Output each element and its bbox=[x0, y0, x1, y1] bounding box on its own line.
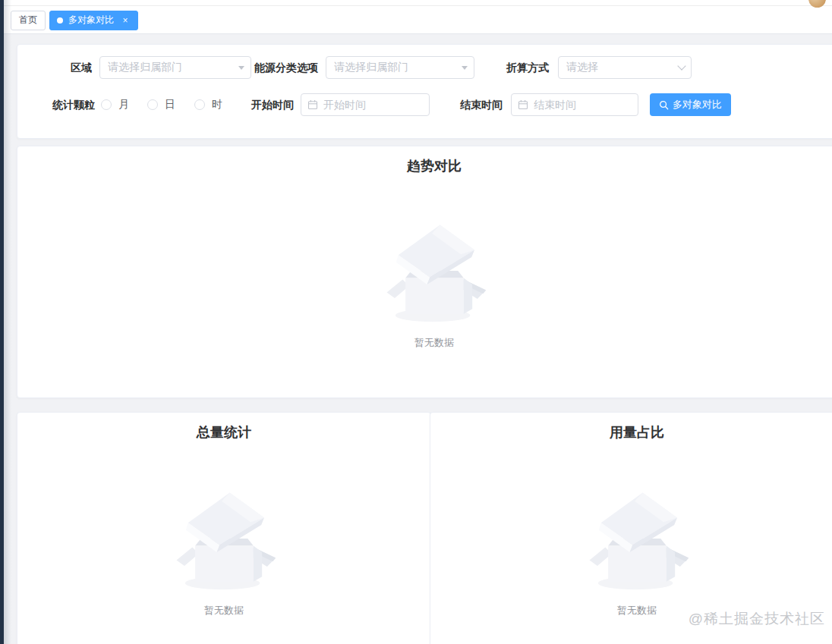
empty-box-icon bbox=[579, 485, 695, 593]
chevron-down-icon bbox=[677, 61, 685, 70]
region-select[interactable]: 请选择归属部门 bbox=[99, 56, 251, 79]
top-navbar bbox=[4, 0, 832, 6]
ratio-empty-state: 暂无数据 bbox=[430, 485, 832, 617]
total-panel-title: 总量统计 bbox=[17, 413, 430, 441]
granularity-label: 统计颗粒 bbox=[40, 93, 95, 116]
tab-multi-object-compare[interactable]: 多对象对比 × bbox=[49, 11, 138, 30]
radio-circle-icon bbox=[194, 99, 205, 110]
empty-box-icon bbox=[166, 485, 282, 593]
start-time-label: 开始时间 bbox=[245, 93, 294, 116]
select-caret-icon bbox=[462, 66, 468, 73]
tab-home-label: 首页 bbox=[19, 14, 37, 27]
trend-empty-state: 暂无数据 bbox=[17, 218, 832, 350]
empty-box-icon bbox=[377, 218, 492, 325]
multi-object-compare-button-label: 多对象对比 bbox=[673, 98, 722, 112]
end-time-picker[interactable] bbox=[511, 93, 638, 116]
conversion-label: 折算方式 bbox=[496, 56, 549, 79]
main-content: 区域 请选择归属部门 能源分类选项 请选择归属部门 折算方式 请选择 统计颗粒 … bbox=[4, 34, 832, 644]
ratio-panel-title: 用量占比 bbox=[430, 413, 832, 441]
start-time-input[interactable] bbox=[323, 99, 423, 111]
total-statistics-panel: 总量统计 暂无数据 bbox=[17, 412, 431, 644]
sidebar-edge bbox=[0, 0, 4, 644]
radio-option-day[interactable]: 日 bbox=[147, 93, 175, 116]
calendar-icon bbox=[518, 99, 528, 110]
radio-option-month[interactable]: 月 bbox=[101, 93, 129, 116]
end-time-input[interactable] bbox=[534, 99, 632, 111]
radio-option-hour[interactable]: 时 bbox=[194, 93, 222, 116]
radio-circle-icon bbox=[101, 99, 112, 110]
end-time-label: 结束时间 bbox=[454, 93, 503, 116]
energy-type-select-placeholder: 请选择归属部门 bbox=[334, 61, 462, 74]
conversion-select-placeholder: 请选择 bbox=[566, 61, 679, 74]
trend-compare-panel: 趋势对比 暂无数据 bbox=[17, 146, 832, 398]
watermark: @稀土掘金技术社区 bbox=[689, 609, 825, 629]
start-time-picker[interactable] bbox=[301, 93, 430, 116]
region-label: 区域 bbox=[40, 56, 92, 79]
tab-multi-object-compare-label: 多对象对比 bbox=[68, 14, 114, 27]
app-window: 首页 多对象对比 × 区域 请选择归属部门 能源分类选项 请选择归属部门 折算方… bbox=[0, 0, 832, 644]
tab-close-icon[interactable]: × bbox=[120, 15, 131, 26]
region-select-placeholder: 请选择归属部门 bbox=[108, 61, 238, 74]
energy-type-select[interactable]: 请选择归属部门 bbox=[326, 56, 474, 79]
radio-month-label: 月 bbox=[118, 98, 129, 112]
tab-bar: 首页 多对象对比 × bbox=[4, 7, 832, 34]
filter-panel: 区域 请选择归属部门 能源分类选项 请选择归属部门 折算方式 请选择 统计颗粒 … bbox=[17, 44, 832, 139]
search-icon bbox=[659, 100, 669, 110]
trend-empty-text: 暂无数据 bbox=[414, 336, 454, 350]
trend-panel-title: 趋势对比 bbox=[17, 146, 832, 175]
radio-hour-label: 时 bbox=[212, 98, 222, 112]
tab-home[interactable]: 首页 bbox=[11, 11, 46, 30]
conversion-select[interactable]: 请选择 bbox=[558, 56, 692, 79]
multi-object-compare-button[interactable]: 多对象对比 bbox=[650, 93, 731, 116]
calendar-icon bbox=[307, 99, 318, 110]
total-empty-state: 暂无数据 bbox=[17, 485, 430, 617]
radio-circle-icon bbox=[147, 99, 158, 110]
ratio-empty-text: 暂无数据 bbox=[617, 604, 657, 617]
energy-type-label: 能源分类选项 bbox=[245, 56, 318, 79]
total-empty-text: 暂无数据 bbox=[204, 604, 244, 617]
radio-day-label: 日 bbox=[165, 98, 175, 112]
active-tab-dot-icon bbox=[57, 17, 63, 24]
select-caret-icon bbox=[238, 66, 244, 73]
